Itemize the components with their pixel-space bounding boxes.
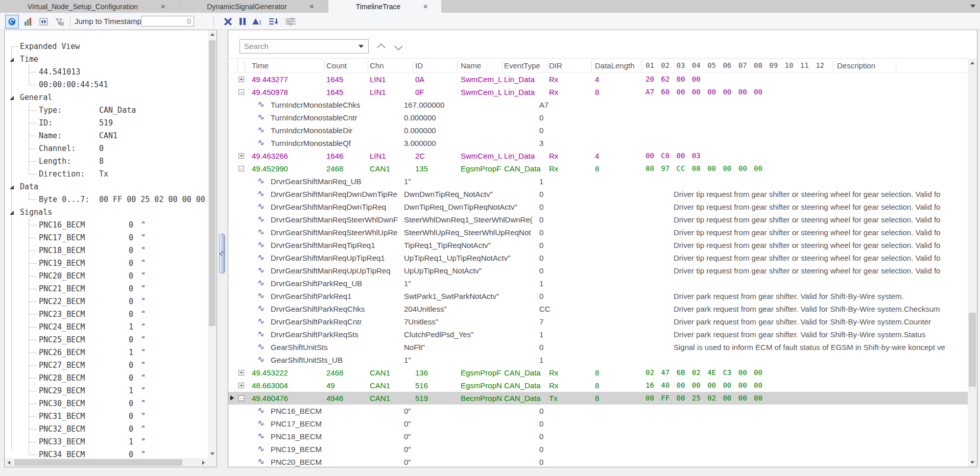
- cell-dir: Rx: [549, 366, 558, 379]
- tree-item-value: 1: [129, 436, 133, 448]
- tab-close-icon[interactable]: ✕: [160, 3, 165, 10]
- trace-signal-row[interactable]: ∿DrvrGearShiftManReqTipReq1TipReq1_TipRe…: [228, 239, 968, 252]
- pause-button[interactable]: [237, 15, 248, 28]
- tree-expanded-icon[interactable]: [10, 185, 14, 189]
- tree-item-label: PNC28_BECM: [39, 372, 85, 385]
- trace-frame-row[interactable]: -49.4529902468CAN1135EgsmPropFCAN_DataRx…: [228, 162, 968, 175]
- tree-connector-line: [29, 161, 37, 162]
- trace-view-button[interactable]: [5, 15, 19, 29]
- cell-signal-raw: 0: [539, 201, 543, 213]
- tree-item-unit: ": [141, 283, 146, 295]
- expand-expander-icon[interactable]: +: [238, 370, 244, 375]
- collapse-expander-icon[interactable]: -: [238, 89, 244, 95]
- trace-signal-row[interactable]: ∿DrvrGearShiftManReqUpTipReq1UpTipReq1_U…: [228, 252, 968, 264]
- trace-frame-row[interactable]: +49.4532222468CAN1136EgsmPropFCAN_DataRx…: [228, 366, 968, 379]
- trace-signal-row[interactable]: ∿DrvrGearShiftParkReq_UB1"1: [228, 277, 968, 290]
- time-marker-button[interactable]: t: [251, 15, 264, 28]
- statistics-button[interactable]: [21, 15, 35, 29]
- trace-signal-row[interactable]: ∿DrvrGearShiftManReq_UB1"1: [228, 175, 968, 188]
- search-dropdown-icon[interactable]: [358, 45, 364, 48]
- search-combobox[interactable]: [240, 39, 369, 54]
- left-panel-hscrollbar[interactable]: [5, 458, 208, 467]
- scroll-up-button[interactable]: [968, 59, 977, 67]
- left-panel-vscrollbar[interactable]: [208, 30, 217, 458]
- column-header-count[interactable]: Count: [326, 59, 347, 72]
- fit-columns-button[interactable]: [37, 15, 51, 29]
- scroll-up-button[interactable]: [208, 30, 217, 39]
- tab-close-icon[interactable]: ✕: [309, 3, 315, 10]
- trace-frame-row[interactable]: +48.66300449CAN1516EgsmPropNCAN_DataRx81…: [228, 379, 968, 392]
- collapse-left-icon: [220, 251, 225, 256]
- tree-connector-line: [29, 238, 37, 238]
- settings-button[interactable]: [284, 15, 297, 28]
- search-next-button[interactable]: [392, 42, 404, 52]
- trace-signal-row[interactable]: ∿GearShiftUnitStsNoFlt"0Signal is used t…: [228, 341, 968, 354]
- scroll-down-button[interactable]: [968, 458, 977, 467]
- tree-expanded-icon[interactable]: [10, 58, 14, 62]
- trace-signal-row[interactable]: ∿DrvrGearShiftParkReqChks204Unitless"CCD…: [228, 303, 968, 315]
- tree-expanded-icon[interactable]: [10, 96, 14, 100]
- search-previous-button[interactable]: [376, 42, 388, 52]
- tab-overflow-icon[interactable]: [970, 5, 975, 8]
- hscroll-thumb[interactable]: [14, 459, 182, 466]
- tree-expanded-icon[interactable]: [10, 211, 14, 215]
- trace-signal-row[interactable]: ∿PNC16_BECM0"0: [228, 405, 968, 417]
- vscroll-thumb[interactable]: [969, 313, 976, 387]
- tab-virtual_node_setup_configuration[interactable]: Virtual_Node_Setup_Configuration✕: [0, 0, 179, 13]
- trace-signal-row[interactable]: ∿PNC17_BECM0"0: [228, 417, 968, 430]
- trace-frame-row[interactable]: +49.4632661646LIN12CSwmCem_LLin_DataRx40…: [228, 149, 968, 162]
- column-header-name[interactable]: Name: [461, 59, 481, 72]
- column-header-description[interactable]: Description: [837, 59, 875, 72]
- filter-button[interactable]: [53, 15, 66, 29]
- search-input[interactable]: [240, 40, 363, 52]
- trace-signal-row[interactable]: ∿GearShiftUnitSts_UB1"1: [228, 354, 968, 366]
- trace-signal-row[interactable]: ∿PNC19_BECM0"0: [228, 443, 968, 456]
- column-header-datalength[interactable]: DataLength: [595, 59, 635, 72]
- trace-signal-row[interactable]: ∿DrvrGearShiftParkReqStsClutchPedlPsd_Ye…: [228, 328, 968, 341]
- column-header-chn[interactable]: Chn: [370, 59, 384, 72]
- expand-expander-icon[interactable]: +: [238, 153, 244, 159]
- panel-splitter-handle[interactable]: [219, 234, 225, 273]
- tree-item-value: 0: [129, 397, 133, 410]
- tab-close-icon[interactable]: ✕: [423, 3, 428, 10]
- trace-signal-row[interactable]: ∿DrvrGearShiftParkReqCntr7Unitless"7Driv…: [228, 315, 968, 328]
- cell-name: EgsmPropF: [461, 162, 503, 175]
- column-header-time[interactable]: Time: [252, 59, 269, 72]
- trace-frame-row[interactable]: -49.4604764946CAN1519BecmPropNCAN_DataTx…: [228, 392, 968, 405]
- cell-chn: CAN1: [370, 366, 390, 379]
- byte-column-headers[interactable]: 01 02 03 04 05 06 07 08 09 10 11 12: [646, 59, 824, 72]
- trace-signal-row[interactable]: ∿DrvrGearShiftManReqSteerWhlDwnFSteerWhl…: [228, 213, 968, 226]
- tab-dynamicsignalgenerator[interactable]: DynamicSignalGenerator✕: [179, 0, 328, 13]
- trace-frame-row[interactable]: -49.4509781645LIN10FSwmCem_LLin_DataRx8A…: [228, 86, 968, 98]
- trace-signal-row[interactable]: ∿DrvrGearShiftManReqDwnTipReqDwnTipReq_D…: [228, 201, 968, 213]
- trace-signal-row[interactable]: ∿TurnIndcrMonostableDir0.0000000: [228, 124, 968, 137]
- vscroll-thumb[interactable]: [209, 40, 216, 326]
- trace-signal-row[interactable]: ∿TurnIndcrMonostableQf3.0000003: [228, 137, 968, 149]
- trace-signal-row[interactable]: ∿DrvrGearShiftManReqDwnDwnTipReDwnDwnTip…: [228, 188, 968, 201]
- table-vscrollbar[interactable]: [968, 59, 977, 467]
- column-header-id[interactable]: ID: [415, 59, 423, 72]
- collapse-expander-icon[interactable]: -: [238, 395, 244, 401]
- collapse-expander-icon[interactable]: -: [238, 166, 244, 171]
- expand-expander-icon[interactable]: +: [238, 77, 244, 82]
- scroll-down-button[interactable]: [208, 449, 217, 458]
- trace-frame-row[interactable]: +49.4432771645LIN10ASwmCem_LLin_DataRx42…: [228, 73, 968, 86]
- column-header-eventtype[interactable]: EventType: [504, 59, 540, 72]
- tab-timelinetrace[interactable]: TimelineTrace✕: [328, 0, 442, 13]
- append-scroll-button[interactable]: [268, 15, 280, 28]
- cell-signal-name: GearShiftUnitSts: [271, 341, 403, 354]
- scroll-right-button[interactable]: [199, 458, 208, 467]
- trace-signal-row[interactable]: ∿DrvrGearShiftManReqSteerWhlUpReSteerWhl…: [228, 226, 968, 239]
- expand-expander-icon[interactable]: +: [238, 383, 244, 388]
- trace-signal-row[interactable]: ∿TurnIndcrMonostableCntr0.0000000: [228, 111, 968, 124]
- trace-signal-row[interactable]: ∿PNC18_BECM0"0: [228, 430, 968, 443]
- trace-signal-row[interactable]: ∿PNC20_BECM0"0: [228, 456, 968, 467]
- trace-signal-row[interactable]: ∿TurnIndcrMonostableChks167.000000A7: [228, 98, 968, 111]
- trace-signal-row[interactable]: ∿DrvrGearShiftManReqUpUpTipReqUpUpTipReq…: [228, 264, 968, 277]
- trace-signal-row[interactable]: ∿DrvrGearShiftParkReq1SwtPark1_SwtParkNo…: [228, 290, 968, 303]
- clear-trace-button[interactable]: [222, 15, 234, 28]
- cell-signal-name: DrvrGearShiftManReqSteerWhlUpRe: [271, 226, 403, 239]
- jump-to-timestamp-input[interactable]: [141, 16, 194, 27]
- scroll-left-button[interactable]: [5, 458, 13, 467]
- column-header-dir[interactable]: DIR: [549, 59, 562, 72]
